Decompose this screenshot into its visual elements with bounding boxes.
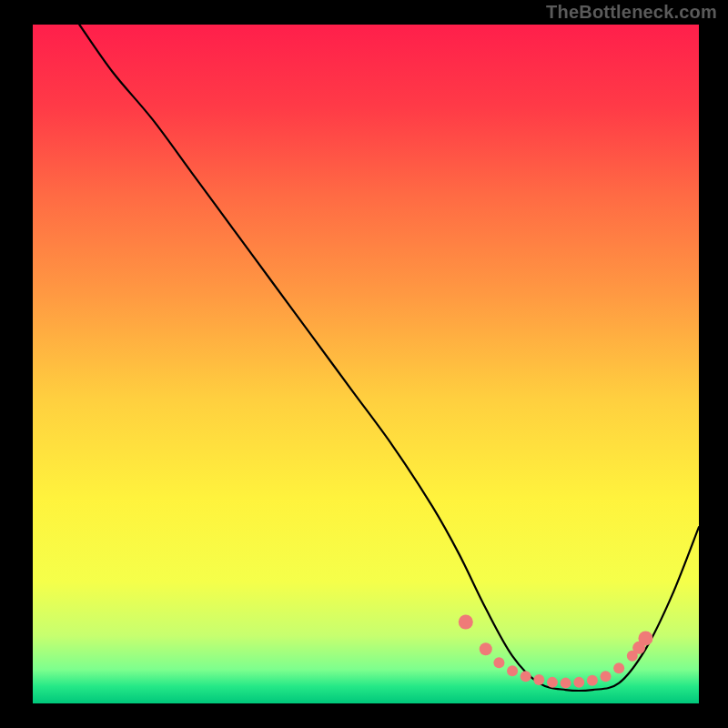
marker-dot <box>547 677 558 688</box>
marker-dot <box>459 614 473 629</box>
marker-dot <box>493 657 504 668</box>
marker-dot <box>613 662 624 673</box>
marker-dot <box>533 674 544 685</box>
marker-dot <box>521 671 531 682</box>
marker-dot <box>480 642 492 655</box>
marker-dot <box>561 678 571 689</box>
marker-dot <box>507 665 518 676</box>
marker-dot <box>587 675 598 686</box>
plot-area <box>33 25 699 703</box>
marker-dot <box>638 631 652 645</box>
marker-dot <box>573 677 584 688</box>
chart-svg <box>33 25 699 703</box>
gradient-background <box>33 25 699 703</box>
watermark-text: TheBottleneck.com <box>546 2 717 23</box>
marker-dot <box>601 671 612 682</box>
chart-frame: TheBottleneck.com <box>0 0 728 728</box>
